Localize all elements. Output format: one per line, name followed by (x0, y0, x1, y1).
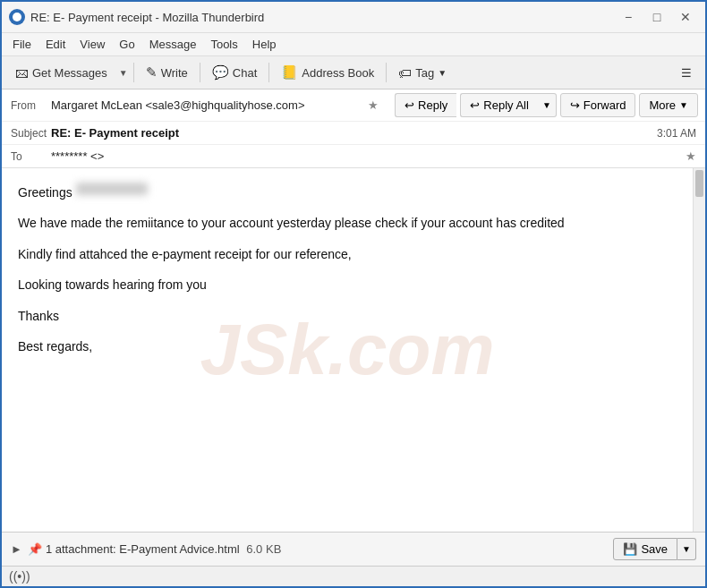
para1: We have made the remiitance to your acco… (18, 213, 677, 233)
star-icon[interactable]: ★ (368, 98, 379, 112)
title-bar: RE: E- Payment receipt - Mozilla Thunder… (2, 2, 705, 33)
save-label: Save (641, 542, 668, 556)
reply-button[interactable]: ↩ Reply (395, 93, 456, 117)
toolbar-separator-4 (386, 63, 387, 82)
menu-help[interactable]: Help (245, 35, 284, 54)
action-buttons: ↩ Reply ↩ Reply All ▼ ↪ Forward More (388, 89, 705, 121)
from-value: Margaret McLean <sale3@highqualityhose.c… (51, 98, 362, 112)
email-body: JSk.com Greetings We have made the remii… (2, 168, 693, 532)
timestamp: 3:01 AM (657, 127, 696, 140)
para4: Thanks (18, 306, 677, 326)
toolbar-separator-1 (133, 63, 134, 82)
tag-label: Tag (415, 66, 434, 80)
subject-label: Subject (11, 127, 51, 140)
to-row: To ******** <> ★ (2, 145, 705, 167)
greeting-line: Greetings (18, 183, 677, 202)
blurred-name (76, 183, 148, 195)
menu-edit[interactable]: Edit (38, 35, 72, 54)
reply-all-button-group: ↩ Reply All ▼ (460, 93, 556, 117)
subject-row: Subject RE: E- Payment receipt 3:01 AM (2, 122, 705, 145)
para2: Kindly find attahced the e-payment recei… (18, 244, 677, 264)
greeting-text: Greetings (18, 185, 72, 200)
scrollbar[interactable] (693, 168, 705, 532)
attachment-label: 1 attachment: E-Payment Advice.html (46, 542, 240, 556)
to-star-icon[interactable]: ★ (686, 149, 696, 163)
chat-button[interactable]: 💬 Chat (204, 60, 265, 85)
to-label: To (11, 150, 51, 163)
maximize-button[interactable]: □ (644, 7, 669, 27)
window-controls: − □ ✕ (616, 7, 698, 27)
forward-label: Forward (583, 98, 626, 112)
from-label: From (11, 99, 51, 112)
hamburger-menu-button[interactable]: ☰ (673, 62, 700, 84)
address-book-button[interactable]: 📒 Address Book (273, 60, 382, 85)
reply-all-arrow-icon: ↩ (470, 98, 480, 112)
get-messages-dropdown[interactable]: ▼ (117, 64, 130, 81)
reply-label: Reply (418, 98, 447, 112)
forward-arrow-icon: ↪ (570, 98, 580, 112)
reply-all-button[interactable]: ↩ Reply All (460, 93, 538, 117)
body-container: JSk.com Greetings We have made the remii… (2, 168, 705, 532)
menu-message[interactable]: Message (142, 35, 204, 54)
address-book-label: Address Book (302, 66, 374, 80)
body-text: Greetings We have made the remiitance to… (18, 183, 677, 356)
attachment-paperclip-icon: 📌 (28, 542, 42, 556)
write-icon: ✎ (146, 64, 158, 81)
save-dropdown-button[interactable]: ▼ (677, 538, 696, 560)
more-button[interactable]: More ▼ (639, 93, 698, 117)
para5: Best regards, (18, 337, 677, 356)
signal-icon: ((•)) (9, 569, 30, 584)
write-button[interactable]: ✎ Write (138, 60, 196, 85)
write-label: Write (161, 66, 188, 80)
toolbar-separator-3 (268, 63, 269, 82)
menu-view[interactable]: View (72, 35, 112, 54)
toolbar: 🖂 Get Messages ▼ ✎ Write 💬 Chat 📒 Addres… (2, 56, 705, 89)
attachment-text: 1 attachment: E-Payment Advice.html 6.0 … (46, 542, 614, 556)
menu-bar: File Edit View Go Message Tools Help (2, 33, 705, 56)
tag-dropdown-icon: ▼ (438, 68, 447, 78)
get-messages-icon: 🖂 (15, 65, 29, 81)
attachment-size: 6.0 KB (246, 542, 281, 556)
toolbar-separator-2 (200, 63, 200, 82)
more-dropdown-icon: ▼ (679, 100, 688, 110)
save-disk-icon: 💾 (623, 542, 637, 556)
forward-button[interactable]: ↪ Forward (560, 93, 636, 117)
status-bar: ((•)) (2, 566, 705, 586)
minimize-button[interactable]: − (616, 7, 641, 27)
menu-file[interactable]: File (5, 35, 38, 54)
email-header: From Margaret McLean <sale3@highqualityh… (2, 89, 705, 168)
attachment-expand-icon[interactable]: ► (11, 542, 22, 556)
close-button[interactable]: ✕ (673, 7, 698, 27)
hamburger-icon: ☰ (681, 66, 692, 80)
scroll-thumb[interactable] (695, 170, 703, 197)
get-messages-button[interactable]: 🖂 Get Messages (7, 61, 115, 85)
reply-button-group: ↩ Reply (395, 93, 456, 117)
para3: Looking towards hearing from you (18, 275, 677, 294)
app-icon (9, 9, 25, 25)
save-button[interactable]: 💾 Save (613, 538, 677, 560)
reply-all-label: Reply All (483, 98, 529, 112)
tag-icon: 🏷 (398, 65, 412, 81)
from-row: From Margaret McLean <sale3@highqualityh… (2, 89, 388, 121)
tag-button[interactable]: 🏷 Tag ▼ (390, 61, 455, 85)
address-book-icon: 📒 (281, 64, 298, 81)
subject-value: RE: E- Payment receipt (51, 126, 657, 140)
main-window: RE: E- Payment receipt - Mozilla Thunder… (0, 0, 707, 588)
chat-label: Chat (233, 66, 257, 80)
get-messages-label: Get Messages (32, 66, 107, 80)
window-title: RE: E- Payment receipt - Mozilla Thunder… (30, 11, 610, 24)
more-label: More (649, 98, 676, 112)
attachment-bar: ► 📌 1 attachment: E-Payment Advice.html … (2, 532, 705, 566)
menu-go[interactable]: Go (112, 35, 141, 54)
reply-arrow-icon: ↩ (405, 98, 414, 112)
menu-tools[interactable]: Tools (203, 35, 244, 54)
save-button-group: 💾 Save ▼ (613, 538, 696, 560)
to-value: ******** <> (51, 149, 680, 163)
chat-icon: 💬 (212, 64, 229, 81)
reply-all-dropdown[interactable]: ▼ (538, 93, 557, 117)
